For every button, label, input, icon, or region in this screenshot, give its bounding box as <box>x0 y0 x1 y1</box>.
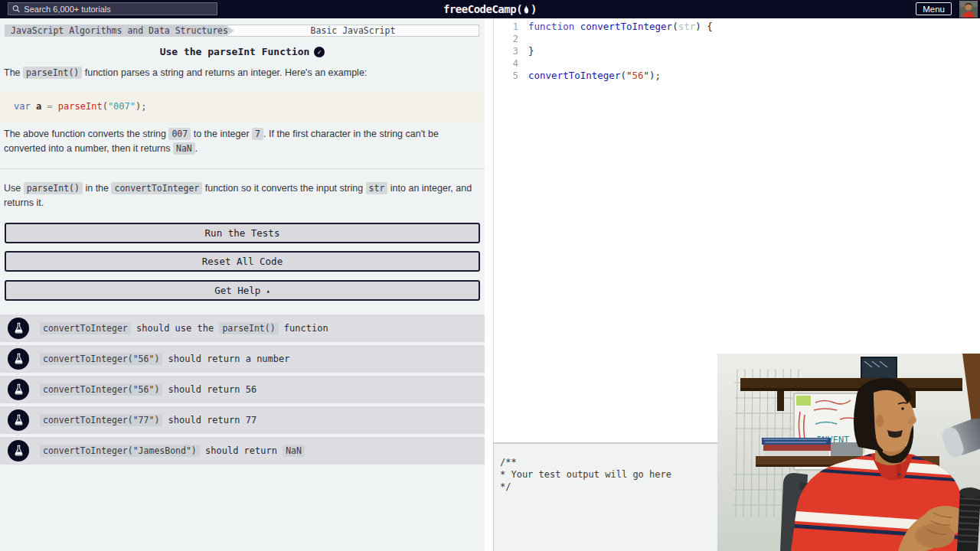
text-segment: should return a number <box>162 354 289 364</box>
text-segment: should return <box>200 445 283 456</box>
line-number: 5 <box>494 70 528 82</box>
inline-code: parseInt() <box>23 67 82 79</box>
inline-code: 007 <box>168 128 191 140</box>
menu-button[interactable]: Menu <box>916 2 952 15</box>
flame-icon <box>523 5 530 15</box>
reset-code-label: Reset All Code <box>202 256 283 267</box>
line-number: 3 <box>494 45 528 57</box>
test-item-text: convertToInteger("56") should return 56 <box>40 384 256 395</box>
app-screen: freeCodeCamp() Menu JavaScript Algorithm… <box>0 0 980 551</box>
brand-paren-close: ) <box>531 3 537 15</box>
editor-line: 3 } <box>494 45 980 57</box>
test-item: convertToInteger("56") should return a n… <box>0 345 485 373</box>
code-token: ( <box>103 101 108 112</box>
text-segment: function <box>279 323 328 334</box>
text-segment: should use the <box>131 323 220 334</box>
run-tests-button[interactable]: Run the Tests <box>5 223 480 243</box>
test-item: convertToInteger("77") should return 77 <box>0 406 485 434</box>
code-token: function <box>528 21 580 32</box>
code-token: ; <box>141 101 146 112</box>
flask-icon <box>8 409 29 431</box>
brand-paren-open: ( <box>516 3 522 15</box>
avatar-image <box>959 1 978 18</box>
breadcrumb-block[interactable]: Basic JavaScript <box>227 24 479 37</box>
test-item: convertToInteger should use the parseInt… <box>0 315 485 342</box>
editor-line: 2 <box>494 33 980 45</box>
challenge-title-row: Use the parseInt Function ✓ <box>0 46 485 57</box>
breadcrumb-block-label: Basic JavaScript <box>311 25 396 36</box>
flask-icon <box>8 348 29 370</box>
test-item: convertToInteger("JamesBond") should ret… <box>0 437 485 465</box>
avatar[interactable] <box>959 1 978 18</box>
flask-icon <box>8 379 29 400</box>
code-token: (" <box>620 70 632 81</box>
text-segment: . <box>195 143 198 154</box>
search-input[interactable] <box>24 5 213 14</box>
text-segment: function parses a string and returns an … <box>82 67 367 78</box>
text-segment: function so it converts the input string <box>202 183 365 194</box>
get-help-button[interactable]: Get Help ▴ <box>5 280 480 301</box>
line-number: 1 <box>494 21 528 33</box>
inline-code: convertToInteger <box>111 182 202 194</box>
breadcrumb-superblock-label: JavaScript Algorithms and Data Structure… <box>11 25 228 36</box>
text-segment: to the integer <box>191 129 252 139</box>
editor-line: 5 convertToInteger("56"); <box>494 70 980 82</box>
code-token <box>31 101 36 112</box>
inline-code: NaN <box>283 445 305 457</box>
code-token: convertToInteger <box>580 21 672 32</box>
brand-text: freeCodeCamp <box>443 3 516 15</box>
run-tests-label: Run the Tests <box>205 227 280 239</box>
text-segment: in the <box>83 183 112 194</box>
test-list: convertToInteger should use the parseInt… <box>0 315 485 468</box>
editor-code-line: function convertToInteger(str) { <box>528 21 713 33</box>
search-box[interactable] <box>8 2 217 15</box>
editor-code-line: convertToInteger("56"); <box>528 70 661 82</box>
description-explain: The above function converts the string 0… <box>4 127 479 155</box>
code-token: convertToInteger <box>528 70 620 81</box>
code-token: = <box>41 101 58 112</box>
top-nav-bar: freeCodeCamp() Menu <box>0 0 980 18</box>
test-item: convertToInteger("56") should return 56 <box>0 376 485 403</box>
description-intro: The parseInt() function parses a string … <box>4 66 479 80</box>
example-code-block: var a = parseInt("007"); <box>0 92 485 122</box>
code-token: ( <box>672 21 678 32</box>
flask-icon <box>8 440 29 461</box>
webcam-video: INVENT <box>717 354 980 551</box>
editor-line: 4 <box>494 57 980 70</box>
text-segment: The <box>4 67 23 78</box>
editor-code-line: } <box>528 45 534 57</box>
inline-code: parseInt() <box>24 182 83 194</box>
description-task: Use parseInt() in the convertToInteger f… <box>4 181 479 210</box>
code-token: var <box>14 101 31 112</box>
brand-logo[interactable]: freeCodeCamp() <box>443 0 537 18</box>
inline-code: parseInt() <box>219 322 278 334</box>
inline-code: convertToInteger("77") <box>40 414 162 426</box>
section-divider <box>0 168 485 169</box>
editor-line: 1 function convertToInteger(str) { <box>494 21 980 33</box>
code-token: parseInt <box>58 101 103 112</box>
completed-check-icon: ✓ <box>314 47 325 57</box>
menu-button-label: Menu <box>923 5 945 14</box>
panel-divider <box>485 18 493 551</box>
line-number: 4 <box>494 57 528 70</box>
code-token: ) { <box>695 21 713 32</box>
line-number: 2 <box>494 33 528 45</box>
test-item-text: convertToInteger("JamesBond") should ret… <box>40 445 305 456</box>
text-segment: should return 77 <box>162 415 256 425</box>
test-item-text: convertToInteger should use the parseInt… <box>40 323 328 334</box>
code-token: str <box>678 21 696 32</box>
inline-code: convertToInteger("56") <box>40 353 162 365</box>
example-code: var a = parseInt("007"); <box>14 101 146 112</box>
breadcrumb-superblock[interactable]: JavaScript Algorithms and Data Structure… <box>5 24 234 37</box>
flask-icon <box>8 318 29 339</box>
challenge-panel: JavaScript Algorithms and Data Structure… <box>0 18 485 551</box>
test-item-text: convertToInteger("56") should return a n… <box>40 354 290 364</box>
search-icon <box>12 5 20 13</box>
inline-code: convertToInteger("JamesBond") <box>40 445 200 457</box>
inline-code: str <box>366 182 388 194</box>
inline-code: 7 <box>252 128 263 140</box>
inline-code: convertToInteger("56") <box>40 383 162 396</box>
code-token: 56 <box>632 70 643 81</box>
reset-code-button[interactable]: Reset All Code <box>5 251 480 272</box>
webcam-overlay: INVENT <box>717 354 980 551</box>
